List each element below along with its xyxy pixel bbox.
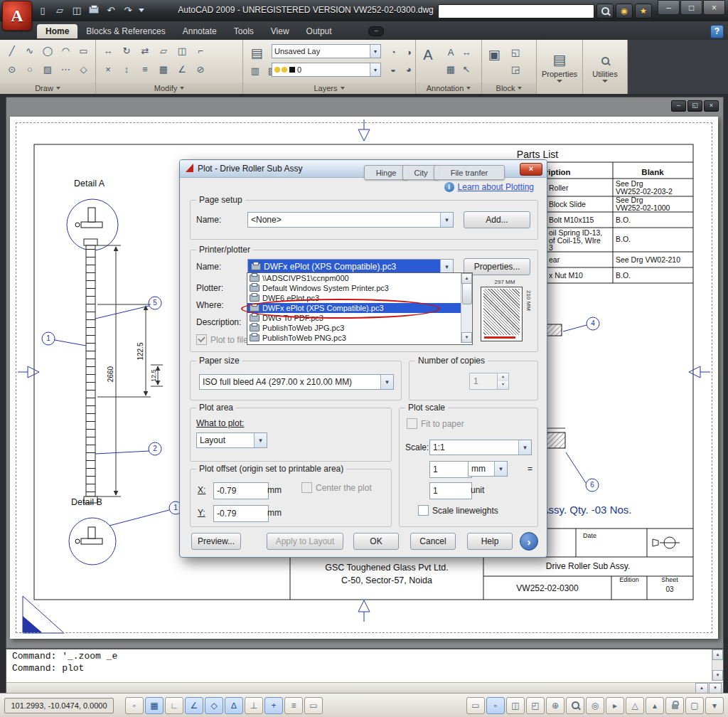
layer-freeze-icon[interactable]: ◒ bbox=[385, 61, 401, 77]
ghost-button-hinge[interactable]: Hinge bbox=[364, 165, 408, 180]
close-button[interactable]: × bbox=[703, 0, 725, 15]
plot-dialog-close-button[interactable]: × bbox=[520, 163, 542, 176]
quick-view-drawings-button[interactable]: ◰ bbox=[526, 697, 545, 714]
block-editor-icon[interactable]: ◱ bbox=[508, 44, 523, 60]
dyn-toggle[interactable]: + bbox=[264, 697, 283, 714]
ribbon-minimize-button[interactable]: – bbox=[368, 26, 384, 36]
minimize-button[interactable]: – bbox=[658, 0, 680, 15]
help-button[interactable]: Help bbox=[467, 533, 513, 550]
insert-block-icon[interactable]: ▣ bbox=[486, 47, 502, 63]
circle-tool-icon[interactable]: ◯ bbox=[40, 43, 55, 58]
tab-view[interactable]: View bbox=[262, 24, 298, 38]
printer-option[interactable]: Default Windows System Printer.pc3 bbox=[247, 283, 461, 293]
viewport-close-button[interactable]: × bbox=[704, 100, 719, 112]
paper-size-combo[interactable]: ISO full bleed A4 (297.00 x 210.00 MM) ▾ bbox=[199, 374, 394, 390]
printer-dropdown-list[interactable]: \\ADSCIVPS1\ccnpm000 Default Windows Sys… bbox=[247, 272, 473, 345]
multileader-icon[interactable]: ↖ bbox=[459, 61, 474, 77]
status-menu-button[interactable]: ▾ bbox=[705, 697, 724, 714]
fit-to-paper-checkbox[interactable]: Fit to paper bbox=[407, 418, 464, 429]
command-line-panel[interactable]: Command: '_.zoom _e Command: plot ▴ ▾ ▴ … bbox=[6, 649, 724, 694]
viewport-restore-button[interactable]: ◱ bbox=[687, 100, 702, 112]
command-hscroll[interactable]: ▴ ▾ bbox=[6, 682, 723, 694]
multipoint-tool-icon[interactable]: ⋯ bbox=[58, 61, 73, 77]
chevron-down-icon[interactable]: ▾ bbox=[518, 440, 531, 455]
stretch-tool-icon[interactable]: ↕ bbox=[119, 61, 134, 77]
chamfer-tool-icon[interactable]: ∠ bbox=[174, 61, 190, 77]
ducs-toggle[interactable]: ⊥ bbox=[245, 697, 263, 714]
scroll-down-icon[interactable]: ▾ bbox=[461, 332, 472, 343]
chevron-down-icon[interactable]: ▾ bbox=[494, 462, 507, 476]
center-plot-checkbox[interactable]: Center the plot bbox=[301, 482, 372, 493]
more-options-button[interactable]: › bbox=[520, 532, 538, 551]
learn-plotting-link[interactable]: Learn about Plotting bbox=[458, 182, 534, 192]
zoom-button[interactable] bbox=[566, 697, 584, 714]
spin-down-icon[interactable]: ▾ bbox=[498, 381, 508, 389]
panel-caption-block[interactable]: Block bbox=[482, 83, 536, 94]
ellipse-tool-icon[interactable]: ○ bbox=[22, 61, 37, 77]
tab-tools[interactable]: Tools bbox=[225, 24, 262, 38]
osnap-toggle[interactable]: ◇ bbox=[205, 697, 223, 714]
properties-button[interactable]: ▤ Properties bbox=[537, 40, 582, 94]
undo-icon[interactable]: ↶ bbox=[104, 3, 118, 17]
pan-button[interactable]: ⊕ bbox=[546, 697, 564, 714]
offset-x-input[interactable]: -0.79 bbox=[213, 482, 269, 499]
tab-output[interactable]: Output bbox=[298, 24, 341, 38]
scroll-up-icon[interactable]: ▴ bbox=[461, 273, 472, 284]
favorites-star-icon[interactable]: ★ bbox=[635, 4, 652, 18]
erase-tool-icon[interactable]: × bbox=[100, 61, 116, 77]
offset-tool-icon[interactable]: ≡ bbox=[137, 61, 153, 77]
chevron-down-icon[interactable]: ▾ bbox=[380, 375, 393, 389]
dimension-icon[interactable]: ↔ bbox=[459, 44, 474, 60]
block-attributes-icon[interactable]: ◲ bbox=[508, 61, 523, 77]
apply-to-layout-button[interactable]: Apply to Layout bbox=[267, 533, 343, 550]
copies-spinner[interactable]: 1 ▴▾ bbox=[469, 373, 509, 390]
chevron-down-icon[interactable]: ▾ bbox=[370, 45, 380, 58]
chevron-down-icon[interactable]: ▾ bbox=[440, 260, 453, 274]
polar-toggle[interactable]: ∠ bbox=[185, 697, 203, 714]
panel-caption-draw[interactable]: Draw bbox=[0, 83, 95, 94]
otrack-toggle[interactable]: ∆ bbox=[225, 697, 243, 714]
chevron-down-icon[interactable]: ▾ bbox=[440, 213, 453, 227]
page-setup-name-combo[interactable]: <None> ▾ bbox=[247, 212, 454, 228]
printer-option[interactable]: PublishToWeb PNG.pc3 bbox=[247, 333, 461, 343]
ortho-toggle[interactable]: ∟ bbox=[165, 697, 183, 714]
snap-toggle[interactable]: ▫ bbox=[125, 697, 144, 714]
array-tool-icon[interactable]: ◫ bbox=[174, 43, 190, 58]
layout-button[interactable]: ▫ bbox=[486, 697, 505, 714]
new-file-icon[interactable]: ▯ bbox=[36, 3, 50, 17]
scale-tool-icon[interactable]: ▦ bbox=[156, 61, 171, 77]
dropdown-scrollbar[interactable]: ▴ ▾ bbox=[461, 273, 472, 343]
tab-blocks-references[interactable]: Blocks & References bbox=[77, 24, 173, 38]
preview-button[interactable]: Preview... bbox=[191, 533, 241, 550]
panel-caption-annotation[interactable]: Annotation bbox=[416, 83, 481, 94]
scale-denominator-input[interactable]: 1 bbox=[429, 482, 472, 499]
layer-prev-icon[interactable]: ◑ bbox=[401, 44, 417, 60]
plot-to-file-checkbox[interactable]: Plot to file bbox=[196, 334, 248, 345]
scrollbar-thumb[interactable] bbox=[462, 283, 472, 304]
panel-caption-modify[interactable]: Modify bbox=[96, 83, 242, 94]
rectangle-tool-icon[interactable]: ▭ bbox=[76, 43, 91, 58]
move-tool-icon[interactable]: ↔ bbox=[100, 43, 116, 58]
layer-state-icon[interactable]: ▥ bbox=[247, 63, 263, 78]
help-button[interactable]: ? bbox=[710, 25, 724, 38]
clean-screen-button[interactable]: ▢ bbox=[685, 697, 704, 714]
layer-match-icon[interactable]: ◔ bbox=[385, 44, 401, 60]
layer-lock-icon[interactable]: ◕ bbox=[401, 61, 417, 77]
region-tool-icon[interactable]: ◇ bbox=[76, 61, 91, 77]
arc-tool-icon[interactable]: ◠ bbox=[58, 43, 73, 58]
add-page-setup-button[interactable]: Add... bbox=[464, 211, 530, 228]
scale-unit-combo[interactable]: mm ▾ bbox=[468, 461, 508, 477]
maximize-button[interactable]: □ bbox=[680, 0, 702, 15]
mirror-tool-icon[interactable]: ▱ bbox=[156, 43, 171, 58]
ghost-button-file-tranfer[interactable]: File tranfer bbox=[434, 165, 505, 180]
viewport-minimize-button[interactable]: – bbox=[671, 100, 686, 112]
annotation-visibility-button[interactable]: △ bbox=[626, 697, 644, 714]
what-to-plot-combo[interactable]: Layout ▾ bbox=[196, 432, 267, 448]
save-icon[interactable]: ◫ bbox=[70, 3, 84, 17]
scale-combo[interactable]: 1:1 ▾ bbox=[429, 440, 532, 455]
multiline-text-icon[interactable]: A bbox=[420, 47, 436, 63]
tab-home[interactable]: Home bbox=[37, 24, 77, 38]
coordinate-readout[interactable]: 101.2993, -10.0474, 0.0000 bbox=[4, 698, 114, 713]
redo-icon[interactable]: ↷ bbox=[121, 3, 135, 17]
steering-wheel-button[interactable]: ◎ bbox=[586, 697, 604, 714]
